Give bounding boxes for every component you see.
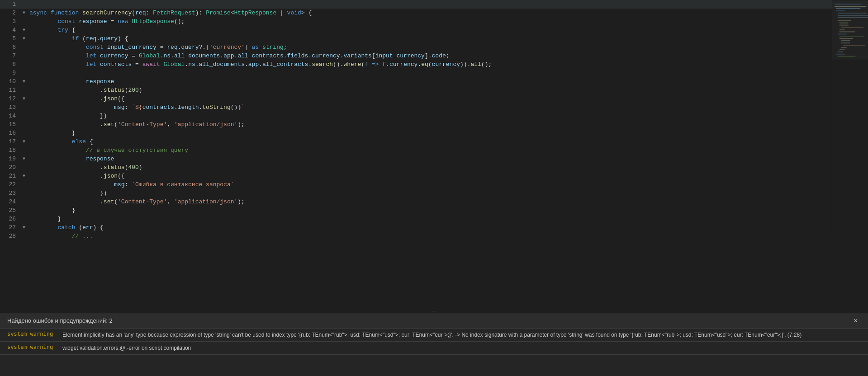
code-line: 3 const response = new HttpResponse();	[0, 17, 868, 26]
line-number: 1	[0, 0, 20, 9]
code-line: 2▼async function searchCurrency(req: Fet…	[0, 9, 868, 17]
code-line: 20 .status(400)	[0, 163, 868, 172]
code-content: msg: `${contracts.length.toString()}`	[28, 103, 868, 112]
fold-arrow[interactable]: ▼	[20, 77, 28, 86]
code-content: const response = new HttpResponse();	[28, 17, 868, 26]
line-number: 13	[0, 103, 20, 112]
code-content: .status(200)	[28, 86, 868, 94]
line-number: 22	[0, 180, 20, 189]
code-line: 8 let contracts = await Global.ns.all_do…	[0, 60, 868, 69]
line-number: 14	[0, 112, 20, 120]
code-line: 16 }	[0, 129, 868, 137]
code-line: 4▼ try {	[0, 26, 868, 34]
code-content: msg: `Ошибка в синтаксисе запроса`	[28, 180, 868, 189]
line-number: 11	[0, 86, 20, 94]
code-content: response	[28, 155, 868, 163]
line-number: 16	[0, 129, 20, 137]
code-line: 17▼ else {	[0, 137, 868, 146]
code-line: 21▼ .json({	[0, 172, 868, 180]
fold-arrow[interactable]: ▼	[20, 9, 28, 17]
code-content: else {	[28, 137, 868, 146]
code-content: .set('Content-Type', 'application/json')…	[28, 120, 868, 129]
code-line: 1	[0, 0, 868, 9]
code-content: let contracts = await Global.ns.all_docu…	[28, 60, 868, 69]
code-line: 22 msg: `Ошибка в синтаксисе запроса`	[0, 180, 868, 189]
code-line: 6 const input_currency = req.query?.['cu…	[0, 43, 868, 52]
line-number: 6	[0, 43, 20, 52]
line-number: 21	[0, 172, 20, 180]
code-content: })	[28, 112, 868, 120]
code-content: const input_currency = req.query?.['curr…	[28, 43, 868, 52]
line-number: 28	[0, 232, 20, 240]
code-content: let currency = Global.ns.all_documents.a…	[28, 52, 868, 60]
panel-header: Найдено ошибок и предупреждений: 2 ×	[0, 313, 868, 329]
warnings-list: system_warningElement implicitly has an …	[0, 329, 868, 355]
line-number: 2	[0, 9, 20, 17]
fold-arrow[interactable]: ▼	[20, 94, 28, 103]
code-line: 18 // в случае отстутствия query	[0, 146, 868, 155]
fold-arrow[interactable]: ▼	[20, 34, 28, 43]
code-container[interactable]: 12▼async function searchCurrency(req: Fe…	[0, 0, 868, 313]
code-content: async function searchCurrency(req: Fetch…	[28, 9, 868, 17]
warning-label: system_warning	[7, 344, 57, 350]
code-content: if (req.query) {	[28, 34, 868, 43]
code-content: // в случае отстутствия query	[28, 146, 868, 155]
line-number: 23	[0, 189, 20, 197]
line-number: 20	[0, 163, 20, 172]
fold-arrow[interactable]: ▼	[20, 172, 28, 180]
code-content: }	[28, 215, 868, 223]
code-content: })	[28, 189, 868, 197]
line-number: 7	[0, 52, 20, 60]
warning-item: system_warningwidget.validation.errors.@…	[0, 342, 868, 355]
fold-arrow[interactable]: ▼	[20, 26, 28, 34]
scroll-divider-icon: =	[432, 309, 436, 313]
code-content: .status(400)	[28, 163, 868, 172]
code-line: 25 }	[0, 206, 868, 215]
panel-title: Найдено ошибок и предупреждений: 2	[7, 317, 113, 324]
code-line: 27▼ catch (err) {	[0, 223, 868, 232]
line-number: 19	[0, 155, 20, 163]
code-content: .json({	[28, 172, 868, 180]
code-line: 7 let currency = Global.ns.all_documents…	[0, 52, 868, 60]
line-number: 27	[0, 223, 20, 232]
code-content: .json({	[28, 94, 868, 103]
line-number: 10	[0, 77, 20, 86]
svg-rect-25	[832, 1, 868, 59]
code-content: }	[28, 206, 868, 215]
line-number: 4	[0, 26, 20, 34]
line-number: 8	[0, 60, 20, 69]
fold-arrow[interactable]: ▼	[20, 137, 28, 146]
line-number: 5	[0, 34, 20, 43]
code-line: 10▼ response	[0, 77, 868, 86]
minimap	[832, 0, 868, 235]
code-content: }	[28, 129, 868, 137]
code-line: 13 msg: `${contracts.length.toString()}`	[0, 103, 868, 112]
code-content: // ...	[28, 232, 868, 240]
code-line: 12▼ .json({	[0, 94, 868, 103]
code-content: catch (err) {	[28, 223, 868, 232]
fold-arrow[interactable]: ▼	[20, 155, 28, 163]
code-line: 23 })	[0, 189, 868, 197]
line-number: 26	[0, 215, 20, 223]
line-number: 9	[0, 69, 20, 77]
code-line: 14 })	[0, 112, 868, 120]
close-panel-button[interactable]: ×	[851, 316, 861, 326]
line-number: 18	[0, 146, 20, 155]
line-number: 25	[0, 206, 20, 215]
line-number: 3	[0, 17, 20, 26]
code-line: 26 }	[0, 215, 868, 223]
code-line: 11 .status(200)	[0, 86, 868, 94]
line-number: 24	[0, 197, 20, 206]
code-content: try {	[28, 26, 868, 34]
line-number: 17	[0, 137, 20, 146]
warning-text: widget.validation.errors.@.-error on scr…	[62, 344, 191, 352]
warnings-panel: Найдено ошибок и предупреждений: 2 × sys…	[0, 313, 868, 376]
fold-arrow[interactable]: ▼	[20, 223, 28, 232]
code-content: .set('Content-Type', 'application/json')…	[28, 197, 868, 206]
code-line: 24 .set('Content-Type', 'application/jso…	[0, 197, 868, 206]
warning-label: system_warning	[7, 331, 57, 337]
code-line: 19▼ response	[0, 155, 868, 163]
code-content: response	[28, 77, 868, 86]
line-number: 15	[0, 120, 20, 129]
warning-item: system_warningElement implicitly has an …	[0, 329, 868, 342]
